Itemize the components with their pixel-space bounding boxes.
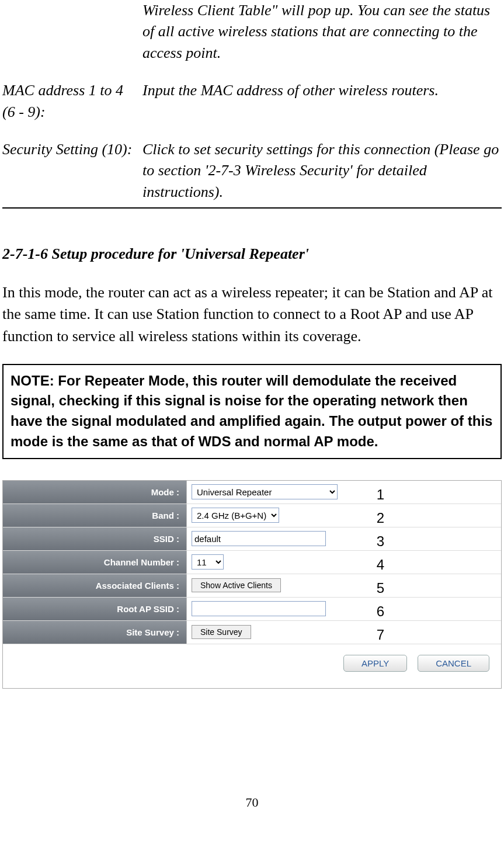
site-survey-button[interactable]: Site Survey <box>192 625 251 639</box>
config-row-channel: Channel Number : 11 <box>3 551 501 574</box>
definition-label: MAC address 1 to 4 (6 - 9): <box>2 80 142 123</box>
body-paragraph: In this mode, the router can act as a wi… <box>2 282 502 348</box>
label-mode: Mode : <box>3 481 187 504</box>
definition-label <box>2 0 142 64</box>
label-band: Band : <box>3 504 187 527</box>
section-heading: 2-7-1-6 Setup procedure for 'Universal R… <box>2 244 502 265</box>
field-channel: 11 <box>187 551 501 574</box>
config-row-survey: Site Survey : Site Survey <box>3 621 501 644</box>
field-ssid <box>187 527 501 550</box>
root-ap-ssid-input[interactable] <box>192 601 326 616</box>
label-survey: Site Survey : <box>3 621 187 644</box>
actions-row: APPLY CANCEL <box>3 644 501 675</box>
ssid-input[interactable] <box>192 531 326 546</box>
page-number: 70 <box>2 794 502 812</box>
definition-row: Security Setting (10): Click to set secu… <box>2 139 502 203</box>
channel-select[interactable]: 11 <box>192 554 224 570</box>
config-row-ssid: SSID : <box>3 527 501 551</box>
band-select[interactable]: 2.4 GHz (B+G+N) <box>192 508 279 523</box>
definition-row: Wireless Client Table" will pop up. You … <box>2 0 502 64</box>
definition-row: MAC address 1 to 4 (6 - 9): Input the MA… <box>2 80 502 123</box>
definitions-section: Wireless Client Table" will pop up. You … <box>2 0 502 209</box>
field-mode: Universal Repeater <box>187 481 501 504</box>
definition-label: Security Setting (10): <box>2 139 142 203</box>
definition-desc: Input the MAC address of other wireless … <box>142 80 502 123</box>
label-assoc: Associated Clients : <box>3 574 187 597</box>
label-ssid: SSID : <box>3 527 187 550</box>
note-box: NOTE: For Repeater Mode, this router wil… <box>2 364 502 459</box>
definition-desc: Wireless Client Table" will pop up. You … <box>142 0 502 64</box>
config-row-band: Band : 2.4 GHz (B+G+N) <box>3 504 501 527</box>
field-root <box>187 598 501 620</box>
field-survey: Site Survey <box>187 621 501 644</box>
config-row-root: Root AP SSID : <box>3 598 501 621</box>
config-row-mode: Mode : Universal Repeater <box>3 481 501 504</box>
field-assoc: Show Active Clients <box>187 574 501 597</box>
field-band: 2.4 GHz (B+G+N) <box>187 504 501 527</box>
config-row-assoc: Associated Clients : Show Active Clients <box>3 574 501 598</box>
cancel-button[interactable]: CANCEL <box>418 655 489 672</box>
definition-desc: Click to set security settings for this … <box>142 139 502 203</box>
config-panel: Mode : Universal Repeater 1 Band : 2.4 G… <box>2 480 502 689</box>
label-root: Root AP SSID : <box>3 598 187 620</box>
mode-select[interactable]: Universal Repeater <box>192 484 338 499</box>
label-channel: Channel Number : <box>3 551 187 574</box>
show-active-clients-button[interactable]: Show Active Clients <box>192 578 281 592</box>
apply-button[interactable]: APPLY <box>343 655 407 672</box>
